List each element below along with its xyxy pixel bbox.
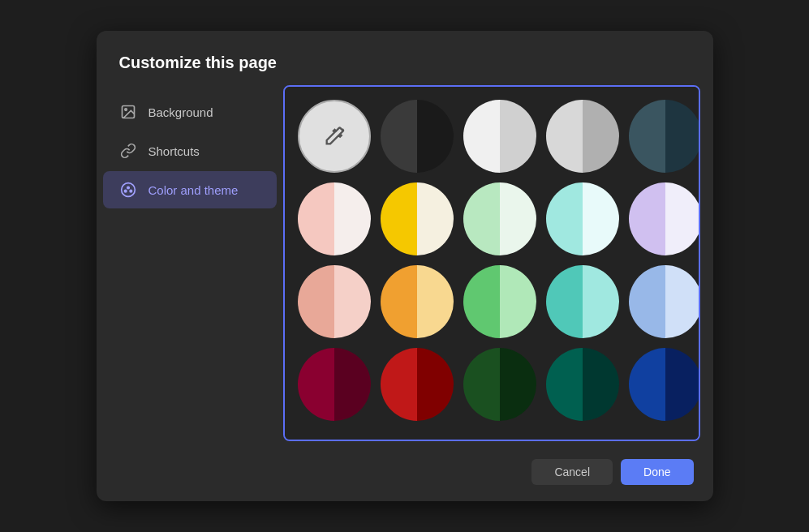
half-left xyxy=(629,100,665,173)
sidebar-label-background: Background xyxy=(148,105,213,119)
half-right xyxy=(583,182,619,255)
color-circle-teal-lteal[interactable] xyxy=(546,265,619,338)
palette-icon xyxy=(119,181,137,199)
color-circle-lpink-white[interactable] xyxy=(298,182,371,255)
half-left xyxy=(298,265,334,338)
sidebar-label-color-theme: Color and theme xyxy=(148,183,239,197)
sidebar-item-background[interactable]: Background xyxy=(103,93,277,131)
half-right xyxy=(665,182,700,255)
color-circle-green-lgreen[interactable] xyxy=(463,265,536,338)
half-right xyxy=(417,265,454,338)
half-left xyxy=(381,182,417,255)
svg-point-4 xyxy=(127,187,129,189)
color-circle-dkgreen-dark[interactable] xyxy=(463,348,536,421)
color-circle-yellow-white[interactable] xyxy=(381,182,454,255)
color-circle-red-dark[interactable] xyxy=(381,348,454,421)
half-right xyxy=(665,348,700,421)
color-circle-llav-white[interactable] xyxy=(629,182,700,255)
half-left xyxy=(381,348,417,421)
half-right xyxy=(500,265,536,338)
color-circle-salmon-lsalmon[interactable] xyxy=(298,265,371,338)
half-left xyxy=(629,348,665,421)
sidebar-item-shortcuts[interactable]: Shortcuts xyxy=(103,132,277,169)
half-left xyxy=(629,265,665,338)
color-circle-picker[interactable] xyxy=(298,100,371,173)
color-circle-white-lgray[interactable] xyxy=(463,100,536,173)
color-circle-teal-dark[interactable] xyxy=(629,100,700,173)
half-left xyxy=(298,348,334,421)
half-right xyxy=(583,265,619,338)
svg-point-3 xyxy=(124,190,127,192)
half-right xyxy=(334,182,371,255)
half-left xyxy=(463,100,500,173)
link-icon xyxy=(119,142,137,160)
half-right xyxy=(334,348,371,421)
color-circle-lgreen-white[interactable] xyxy=(463,182,536,255)
svg-point-1 xyxy=(124,109,127,111)
color-circle-crimson-dark[interactable] xyxy=(298,348,371,421)
color-circle-lcyan-white[interactable] xyxy=(546,182,619,255)
customize-dialog: Customize this page BackgroundShortcutsC… xyxy=(97,31,713,501)
image-icon xyxy=(119,103,137,121)
color-grid xyxy=(298,100,686,421)
color-circle-blue-lblue[interactable] xyxy=(629,265,700,338)
color-circle-lgray-gray[interactable] xyxy=(546,100,619,173)
half-right xyxy=(334,265,371,338)
half-right xyxy=(665,100,700,173)
color-circle-dteal-dark[interactable] xyxy=(546,348,619,421)
half-right xyxy=(417,100,454,173)
half-left xyxy=(463,182,500,255)
half-right xyxy=(500,348,536,421)
half-right xyxy=(500,182,536,255)
half-right xyxy=(417,348,454,421)
svg-point-2 xyxy=(121,183,135,197)
dialog-title: Customize this page xyxy=(97,31,713,85)
sidebar-label-shortcuts: Shortcuts xyxy=(148,144,200,158)
half-left xyxy=(546,265,583,338)
half-left xyxy=(463,265,500,338)
half-left xyxy=(298,182,334,255)
half-left xyxy=(463,348,500,421)
half-left xyxy=(381,100,417,173)
half-right xyxy=(583,100,619,173)
half-right xyxy=(500,100,536,173)
half-left xyxy=(629,182,665,255)
half-left xyxy=(546,100,583,173)
half-left xyxy=(546,182,583,255)
half-right xyxy=(583,348,619,421)
sidebar: BackgroundShortcutsColor and theme xyxy=(97,85,283,448)
half-left xyxy=(546,348,583,421)
cancel-button[interactable]: Cancel xyxy=(531,459,613,485)
svg-point-5 xyxy=(130,190,132,192)
dialog-body: BackgroundShortcutsColor and theme xyxy=(97,85,713,448)
sidebar-item-color-theme[interactable]: Color and theme xyxy=(103,171,277,208)
color-circle-navy-dark[interactable] xyxy=(629,348,700,421)
color-circle-orange-lorange[interactable] xyxy=(381,265,454,338)
color-grid-container[interactable] xyxy=(283,85,700,441)
dialog-footer: Cancel Done xyxy=(97,448,713,501)
half-right xyxy=(417,182,454,255)
half-right xyxy=(665,265,700,338)
eyedropper-icon xyxy=(323,125,346,148)
half-left xyxy=(381,265,417,338)
done-button[interactable]: Done xyxy=(621,459,693,485)
color-circle-dark-split[interactable] xyxy=(381,100,454,173)
main-content xyxy=(283,85,713,448)
